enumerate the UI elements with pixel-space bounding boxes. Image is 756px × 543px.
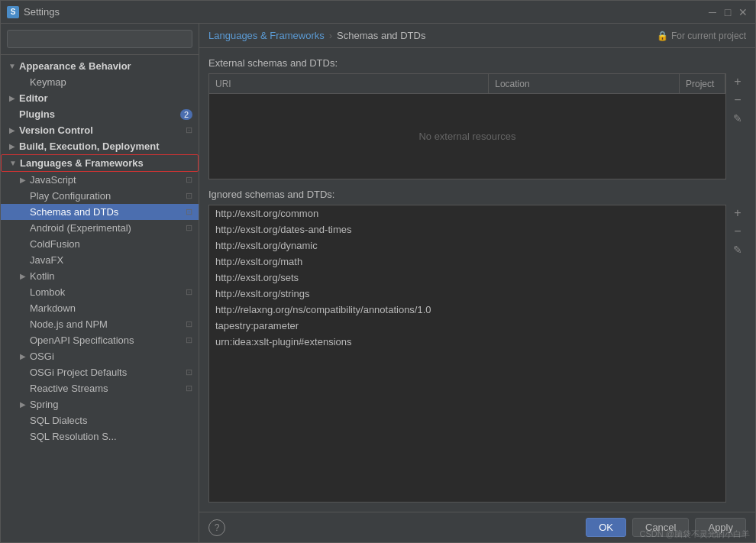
sidebar-label-openapi: OpenAPI Specifications [30,335,183,346]
sidebar-item-plugins[interactable]: Plugins2 [1,106,199,122]
sidebar-label-editor: Editor [19,92,192,104]
arrow-osgi-project [18,367,28,378]
ignored-item[interactable]: tapestry:parameter [209,318,725,334]
breadcrumb-separator: › [329,30,332,41]
apply-button[interactable]: Apply [695,518,746,537]
bottom-bar: ? OK Cancel Apply [199,512,755,542]
project-icon-play-config: ⊡ [186,191,192,201]
sidebar-label-javafx: JavaFX [30,254,192,266]
arrow-editor [7,93,18,104]
ignored-panel-title: Ignored schemas and DTDs: [208,189,746,200]
arrow-osgi [18,351,28,362]
sidebar-item-markdown[interactable]: Markdown [1,300,199,316]
col-project: Project [680,74,725,93]
maximize-button[interactable]: □ [722,6,734,18]
minimize-button[interactable]: ─ [706,6,719,18]
ignored-edit-button[interactable]: ✎ [729,241,746,258]
project-icon-javascript: ⊡ [186,175,192,185]
arrow-nodejs [18,319,28,330]
sidebar-label-sql-dialects: SQL Dialects [30,415,192,426]
ignored-add-button[interactable]: + [729,205,746,221]
project-icon-nodejs: ⊡ [186,319,192,329]
project-tag-label: For current project [671,31,746,41]
ignored-item[interactable]: http://relaxng.org/ns/compatibility/anno… [209,302,725,318]
ignored-item[interactable]: http://exslt.org/dates-and-times [209,221,725,238]
ignored-item[interactable]: http://exslt.org/strings [209,286,725,302]
sidebar-item-spring[interactable]: Spring [1,396,199,412]
sidebar-label-sql-resolution: SQL Resolution S... [30,431,192,442]
project-icon-version-control: ⊡ [186,125,192,135]
project-tag: 🔒 For current project [657,31,746,41]
table-header: URI Location Project [209,74,725,94]
sidebar-item-keymap[interactable]: Keymap [1,74,199,90]
ignored-item[interactable]: urn:idea:xslt-plugin#extensions [209,334,725,350]
sidebar-item-editor[interactable]: Editor [1,90,199,106]
sidebar-label-schemas-dtds: Schemas and DTDs [30,206,183,218]
sidebar-item-languages[interactable]: Languages & Frameworks [1,154,199,172]
sidebar-item-kotlin[interactable]: Kotlin [1,268,199,284]
sidebar-label-keymap: Keymap [30,76,192,88]
sidebar-label-markdown: Markdown [30,302,192,314]
sidebar-item-appearance[interactable]: Appearance & Behavior [1,58,199,74]
ignored-item[interactable]: http://exslt.org/math [209,254,725,270]
app-icon: S [7,6,19,18]
external-actions: + − ✎ [729,73,746,179]
sidebar-label-play-config: Play Configuration [30,190,183,202]
arrow-play-config [18,191,28,202]
arrow-version-control [7,125,18,136]
sidebar-item-play-config[interactable]: Play Configuration⊡ [1,188,199,204]
ignored-actions: + − ✎ [729,205,746,503]
external-edit-button[interactable]: ✎ [729,110,746,127]
ignored-item[interactable]: http://exslt.org/common [209,205,725,221]
external-panel-title: External schemas and DTDs: [208,57,746,69]
breadcrumb-bar: Languages & Frameworks › Schemas and DTD… [199,24,755,48]
breadcrumb-parent[interactable]: Languages & Frameworks [208,30,325,41]
ignored-remove-button[interactable]: − [729,223,746,240]
sidebar-item-schemas-dtds[interactable]: Schemas and DTDs⊡ [1,204,199,220]
sidebar: Appearance & BehaviorKeymapEditorPlugins… [1,24,199,542]
sidebar-item-sql-dialects[interactable]: SQL Dialects [1,412,199,428]
sidebar-item-osgi[interactable]: OSGi [1,348,199,364]
sidebar-item-javafx[interactable]: JavaFX [1,252,199,268]
sidebar-label-osgi: OSGi [30,351,192,362]
sidebar-label-javascript: JavaScript [30,174,183,186]
sidebar-item-reactive-streams[interactable]: Reactive Streams⊡ [1,380,199,396]
sidebar-item-build[interactable]: Build, Execution, Deployment [1,138,199,154]
sidebar-item-version-control[interactable]: Version Control⊡ [1,122,199,138]
sidebar-label-version-control: Version Control [19,124,183,136]
external-add-button[interactable]: + [729,73,746,90]
arrow-kotlin [18,271,28,282]
sidebar-item-sql-resolution[interactable]: SQL Resolution S... [1,428,199,444]
arrow-markdown [18,303,28,314]
external-remove-button[interactable]: − [729,92,746,108]
col-location: Location [489,74,680,93]
arrow-appearance [7,61,18,72]
ignored-panel: Ignored schemas and DTDs: http://exslt.o… [208,189,746,503]
arrow-android [18,223,28,234]
sidebar-item-lombok[interactable]: Lombok⊡ [1,284,199,300]
arrow-spring [18,399,28,410]
arrow-lombok [18,287,28,298]
sidebar-item-nodejs[interactable]: Node.js and NPM⊡ [1,316,199,332]
sidebar-label-languages: Languages & Frameworks [20,157,192,169]
sidebar-item-coldfusion[interactable]: ColdFusion [1,236,199,252]
sidebar-label-osgi-project: OSGi Project Defaults [30,367,183,378]
arrow-javafx [18,255,28,266]
sidebar-label-lombok: Lombok [30,286,183,298]
sidebar-label-build: Build, Execution, Deployment [19,141,192,152]
help-button[interactable]: ? [208,519,225,536]
ok-button[interactable]: OK [586,518,626,537]
ignored-item[interactable]: http://exslt.org/sets [209,270,725,286]
sidebar-item-openapi[interactable]: OpenAPI Specifications⊡ [1,332,199,348]
sidebar-label-plugins: Plugins [19,108,177,120]
search-input[interactable] [7,30,192,48]
sidebar-label-nodejs: Node.js and NPM [30,318,183,330]
cancel-button[interactable]: Cancel [632,518,689,537]
arrow-sql-resolution [18,431,28,442]
ignored-item[interactable]: http://exslt.org/dynamic [209,238,725,254]
sidebar-item-osgi-project[interactable]: OSGi Project Defaults⊡ [1,364,199,380]
arrow-plugins [7,109,18,120]
sidebar-item-android[interactable]: Android (Experimental)⊡ [1,220,199,236]
sidebar-item-javascript[interactable]: JavaScript⊡ [1,172,199,188]
close-button[interactable]: ✕ [737,6,749,18]
